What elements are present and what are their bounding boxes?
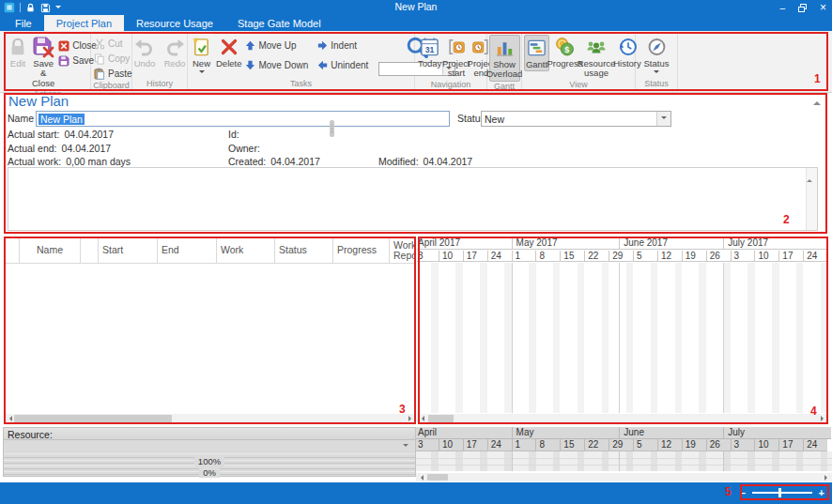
paste-button[interactable]: Paste bbox=[93, 67, 133, 81]
month-header: April bbox=[416, 427, 512, 438]
arrow-left-icon bbox=[317, 60, 328, 70]
scroll-left-icon[interactable] bbox=[417, 414, 426, 423]
month-header: June bbox=[619, 427, 723, 438]
undo-button: Undo bbox=[132, 35, 157, 69]
progress-view-button[interactable]: $ Progress bbox=[551, 35, 578, 69]
delete-icon bbox=[218, 36, 240, 58]
unindent-button[interactable]: Unindent bbox=[316, 58, 369, 72]
compass-icon bbox=[646, 36, 668, 58]
project-start-icon bbox=[446, 36, 467, 58]
scroll-left-icon[interactable] bbox=[416, 473, 425, 481]
resource-hscroll-thumb[interactable] bbox=[427, 474, 448, 481]
week-tick: 15 bbox=[560, 439, 584, 451]
name-input[interactable]: New Plan bbox=[36, 111, 450, 127]
gantt-chart-body[interactable] bbox=[417, 263, 828, 413]
resource-usage-view-label: Resource usage bbox=[578, 59, 616, 79]
restore-button[interactable] bbox=[798, 4, 807, 12]
week-tick: 17 bbox=[463, 251, 487, 261]
ribbon-group-actions: Edit Save & Close bbox=[5, 33, 91, 90]
zoom-slider-thumb[interactable] bbox=[778, 488, 781, 497]
week-tick: 24 bbox=[487, 439, 512, 451]
undo-label: Undo bbox=[134, 59, 156, 69]
resource-week-header: 3 10 17 24 1 8 15 22 29 5 12 19 26 3 10 … bbox=[416, 439, 827, 451]
copy-button: Copy bbox=[93, 52, 133, 66]
zoom-slider-track[interactable] bbox=[752, 492, 811, 494]
minimize-button[interactable]: – bbox=[779, 3, 785, 13]
column-header-status[interactable]: Status bbox=[275, 238, 333, 263]
task-grid-hscrollbar[interactable] bbox=[5, 414, 416, 423]
status-dropdown-icon[interactable] bbox=[654, 70, 659, 76]
zoom-in-button[interactable]: + bbox=[819, 487, 824, 498]
copy-label: Copy bbox=[108, 53, 130, 64]
week-tick: 3 bbox=[416, 439, 439, 451]
gantt-hscrollbar[interactable] bbox=[417, 414, 828, 423]
description-scrollbar[interactable] bbox=[806, 168, 817, 230]
column-header-indicator bbox=[6, 238, 20, 263]
show-overload-button[interactable]: Show Overload bbox=[489, 35, 520, 82]
resource-timeline-hscrollbar[interactable] bbox=[416, 473, 832, 481]
name-label: Name bbox=[8, 113, 34, 124]
gantt-chart: April 2017 May 2017 June 2017 July 2017 … bbox=[417, 237, 828, 413]
tab-file[interactable]: File bbox=[3, 15, 44, 31]
scroll-left-icon[interactable] bbox=[5, 414, 14, 423]
owner-label: Owner: bbox=[228, 143, 260, 154]
tab-stage-gate-model[interactable]: Stage Gate Model bbox=[225, 15, 333, 31]
scroll-right-icon[interactable] bbox=[823, 473, 832, 481]
created-label: Created: bbox=[228, 156, 266, 167]
new-task-button[interactable]: New bbox=[190, 35, 213, 77]
overload-chart-icon bbox=[494, 37, 516, 59]
delete-task-label: Delete bbox=[216, 59, 241, 69]
zoom-control: – + bbox=[740, 485, 824, 499]
edit-label: Edit bbox=[10, 59, 25, 69]
gantt-week-header: 3 10 17 24 1 8 15 22 29 5 12 19 26 3 10 … bbox=[417, 251, 827, 262]
id-field-grip[interactable] bbox=[330, 120, 334, 137]
redo-icon bbox=[163, 36, 186, 58]
status-button[interactable]: Status bbox=[641, 35, 671, 77]
status-combobox-value: New bbox=[482, 114, 656, 125]
save-and-close-button[interactable]: Save & Close bbox=[31, 35, 55, 89]
week-tick: 29 bbox=[609, 251, 633, 261]
status-combobox[interactable]: New bbox=[481, 111, 671, 127]
gantt-view-button[interactable]: Gantt bbox=[524, 35, 549, 71]
save-icon bbox=[58, 55, 69, 67]
column-header-name[interactable]: Name bbox=[20, 238, 81, 263]
column-header-end[interactable]: End bbox=[158, 238, 217, 263]
gantt-hscroll-thumb[interactable] bbox=[428, 415, 454, 422]
arrow-up-icon bbox=[245, 40, 255, 51]
group-label-history: History bbox=[132, 79, 187, 90]
group-label-tasks: Tasks bbox=[188, 79, 414, 90]
scroll-right-icon[interactable] bbox=[407, 414, 416, 423]
month-gridline bbox=[619, 451, 620, 471]
tab-resource-usage[interactable]: Resource Usage bbox=[124, 15, 225, 31]
new-task-dropdown-icon[interactable] bbox=[199, 70, 205, 76]
resource-usage-view-button[interactable]: Resource usage bbox=[580, 35, 612, 80]
week-tick: 10 bbox=[439, 439, 463, 451]
column-header-progress[interactable]: Progress bbox=[333, 238, 390, 263]
task-grid-body[interactable] bbox=[5, 264, 416, 413]
tab-project-plan[interactable]: Project Plan bbox=[44, 15, 124, 31]
month-gridline bbox=[512, 263, 513, 413]
zoom-out-button[interactable]: – bbox=[740, 487, 746, 498]
close-icon bbox=[58, 40, 69, 52]
arrow-down-icon bbox=[245, 60, 255, 70]
column-header-work-reported[interactable]: Work Reported bbox=[390, 238, 416, 263]
indent-button[interactable]: Indent bbox=[316, 38, 369, 53]
close-window-button[interactable]: × bbox=[820, 1, 826, 14]
status-bar: – + bbox=[0, 482, 832, 504]
task-grid-hscroll-thumb[interactable] bbox=[14, 415, 172, 422]
project-start-button[interactable]: Project start bbox=[444, 35, 468, 80]
description-textarea[interactable] bbox=[8, 167, 818, 231]
status-combobox-dropdown-button[interactable] bbox=[656, 112, 670, 126]
delete-task-button[interactable]: Delete bbox=[215, 35, 242, 69]
scroll-right-icon[interactable] bbox=[819, 414, 828, 423]
today-button[interactable]: 31 Today bbox=[417, 35, 442, 69]
scroll-up-icon[interactable] bbox=[807, 165, 812, 182]
move-down-button[interactable]: Move Down bbox=[244, 58, 309, 72]
ribbon-group-gantt-view: Show Overload Gantt View bbox=[487, 33, 522, 90]
resource-selector-dropdown-icon[interactable] bbox=[403, 444, 408, 450]
move-up-button[interactable]: Move Up bbox=[244, 38, 309, 53]
collapse-panel-icon[interactable] bbox=[813, 98, 821, 105]
column-header-start[interactable]: Start bbox=[99, 238, 158, 263]
month-header: April 2017 bbox=[417, 237, 512, 249]
column-header-work[interactable]: Work bbox=[217, 238, 275, 263]
